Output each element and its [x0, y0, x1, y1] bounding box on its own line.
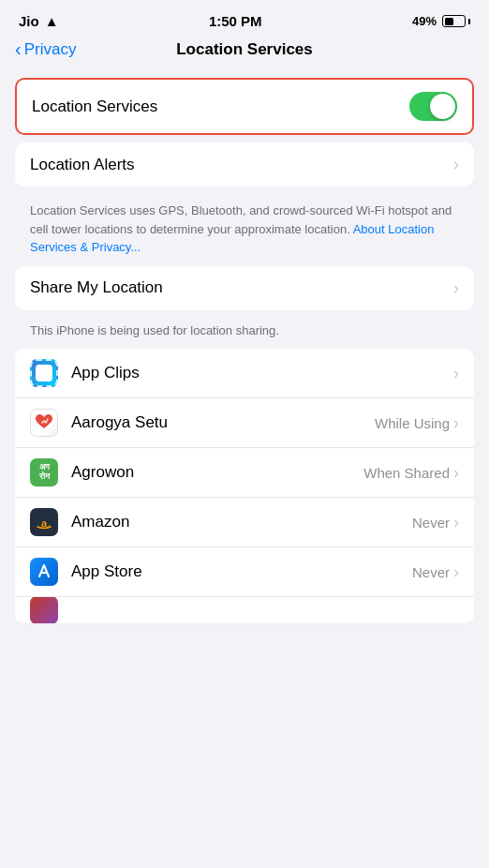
amazon-svg: a [34, 512, 54, 532]
share-location-card: Share My Location › [15, 266, 474, 310]
share-location-label: Share My Location [30, 278, 163, 297]
location-services-section: Location Services Location Alerts › Loca… [0, 70, 489, 623]
location-alerts-right: › [453, 155, 459, 174]
share-location-chevron-icon: › [453, 278, 459, 298]
app-name-appstore: App Store [71, 562, 412, 581]
appstore-chevron-icon: › [453, 562, 459, 582]
app-row-amazon[interactable]: a Amazon Never › [15, 498, 474, 547]
location-alerts-label: Location Alerts [30, 156, 135, 174]
svg-text:a: a [41, 517, 48, 529]
app-row-appstore[interactable]: App Store Never › [15, 547, 474, 597]
aarogya-right: While Using › [375, 413, 459, 433]
share-location-subtitle: This iPhone is being used for location s… [15, 318, 474, 350]
amazon-permission: Never [412, 515, 450, 531]
location-alerts-row[interactable]: Location Alerts › [15, 142, 474, 187]
location-alerts-card: Location Alerts › [15, 142, 474, 187]
partial-app-icon [30, 597, 58, 623]
location-description: Location Services uses GPS, Bluetooth, a… [15, 194, 474, 266]
battery-area: 49% [412, 14, 470, 28]
wifi-icon: ▲ [45, 13, 59, 29]
back-chevron-icon: ‹ [15, 38, 22, 60]
amazon-chevron-icon: › [453, 513, 459, 532]
appstore-right: Never › [412, 562, 459, 582]
location-services-card: Location Services [15, 78, 474, 135]
location-services-label: Location Services [32, 97, 157, 116]
aarogya-chevron-icon: › [453, 413, 459, 433]
appstore-permission: Never [412, 564, 450, 580]
aarogya-svg [34, 412, 54, 433]
share-location-right: › [453, 278, 459, 298]
app-row-aarogya[interactable]: Aarogya Setu While Using › [15, 398, 474, 448]
location-services-toggle[interactable] [409, 92, 457, 121]
battery-percent: 49% [412, 14, 437, 28]
carrier-wifi: Jio ▲ [19, 13, 59, 29]
amazon-right: Never › [412, 513, 459, 532]
amazon-icon: a [30, 508, 58, 536]
share-subtitle-text: This iPhone is being used for location s… [30, 323, 279, 337]
app-name-amazon: Amazon [71, 513, 412, 531]
app-row-partial[interactable] [15, 597, 474, 623]
aarogya-icon [30, 409, 58, 437]
appclips-icon [30, 359, 58, 387]
agrowon-chevron-icon: › [453, 463, 459, 483]
page-title: Location Services [176, 40, 313, 59]
share-location-row[interactable]: Share My Location › [15, 266, 474, 310]
agrowon-permission: When Shared [363, 465, 450, 481]
agrowon-text: अगरोन [39, 463, 50, 482]
back-button[interactable]: ‹ Privacy [15, 39, 76, 60]
app-name-appclips: App Clips [71, 364, 453, 382]
agrowon-icon: अगरोन [30, 458, 58, 486]
time-label: 1:50 PM [209, 13, 262, 29]
app-name-aarogya: Aarogya Setu [71, 413, 375, 432]
appclips-chevron-icon: › [453, 364, 459, 383]
status-bar: Jio ▲ 1:50 PM 49% [0, 0, 489, 37]
appstore-icon [30, 558, 58, 586]
location-services-row[interactable]: Location Services [17, 80, 472, 133]
app-list-card: App Clips › Aarogya Setu While Using › [15, 349, 474, 623]
toggle-knob [430, 94, 455, 119]
aarogya-permission: While Using [375, 415, 450, 431]
back-label: Privacy [24, 40, 77, 59]
battery-icon [442, 15, 470, 27]
app-name-agrowon: Agrowon [71, 463, 363, 482]
carrier-label: Jio [19, 13, 39, 29]
app-row-appclips[interactable]: App Clips › [15, 349, 474, 398]
nav-bar: ‹ Privacy Location Services [0, 37, 489, 70]
appclips-right: › [453, 364, 459, 383]
app-row-agrowon[interactable]: अगरोन Agrowon When Shared › [15, 448, 474, 498]
appstore-svg [34, 561, 54, 582]
location-alerts-chevron-icon: › [453, 155, 459, 174]
agrowon-right: When Shared › [363, 463, 459, 483]
